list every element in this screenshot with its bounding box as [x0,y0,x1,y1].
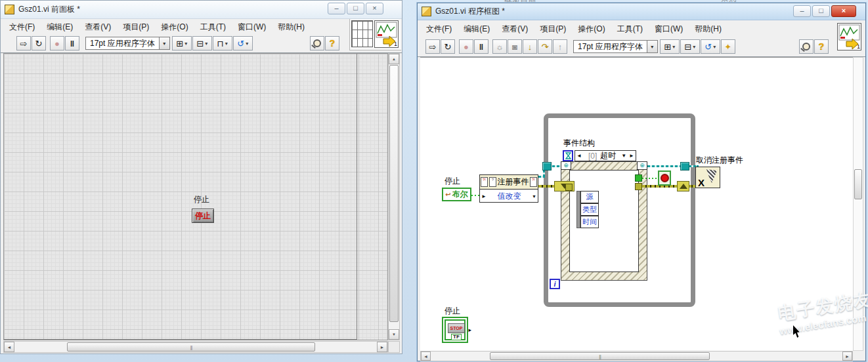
align-objects-button[interactable]: ⊞ ▾ [660,39,680,54]
dynamic-event-terminal-right[interactable]: ⊕ [637,161,647,170]
run-continuous-button[interactable]: ↻ [32,36,46,50]
align-objects-button[interactable]: ⊞ ▾ [172,36,192,50]
close-button[interactable]: × [831,5,856,17]
iteration-terminal[interactable]: i [550,279,560,289]
pause-button[interactable]: ‖ [65,36,79,50]
menu-view[interactable]: 查看(V) [79,19,117,35]
register-events-event-row[interactable]: ► 值改变 ▼ [480,190,538,203]
boolean-control-terminal[interactable]: ↩ 布尔 [442,188,471,201]
help-button[interactable]: ? [814,39,829,54]
menu-file[interactable]: 文件(F) [3,19,41,35]
retain-wire-values-button[interactable]: ◙ [508,39,522,54]
event-border-terminal-boolean[interactable] [635,174,642,182]
stop-boolean-terminal[interactable]: STOP TF ▸ [442,317,468,343]
event-data-field[interactable]: 源 [580,191,599,203]
dynamic-event-terminal-left[interactable]: ⊕ [561,161,571,170]
reorder-button[interactable]: ↺ ▾ [233,36,253,50]
resize-objects-button[interactable]: ⊓ ▾ [213,36,232,50]
page-icon: ?! [530,177,537,187]
abort-button[interactable]: ● [50,36,64,50]
front-panel-canvas[interactable]: 停止 停止 [3,53,388,340]
run-button[interactable]: ⇨ [16,36,31,50]
maximize-button[interactable]: □ [812,5,830,17]
minimize-button[interactable]: – [328,3,345,14]
maximize-button[interactable]: □ [347,3,364,14]
vscrollbar-thumb[interactable] [854,169,862,199]
search-button[interactable] [310,36,324,50]
loop-tunnel-left[interactable] [542,162,552,171]
front-panel-vscrollbar[interactable]: ▲ ▼ [388,53,400,340]
event-refnum-wire[interactable] [647,165,699,167]
menu-help[interactable]: 帮助(H) [272,19,311,35]
event-selector[interactable]: ◄ [0] 超时 ▼ ► [575,150,636,161]
scroll-left-button[interactable]: ◄ [4,342,14,352]
highlight-execution-button[interactable]: ☼ [492,39,507,54]
stop-control-button[interactable]: 停止 [192,209,214,223]
event-border-terminal-left[interactable] [565,184,573,191]
case-dropdown-icon[interactable]: ▼ [621,153,628,159]
cleanup-diagram-button[interactable]: ✦ [721,39,735,54]
menu-view[interactable]: 查看(V) [496,21,534,37]
step-over-button[interactable]: ↷ [538,39,552,54]
scroll-up-button[interactable]: ▲ [389,54,399,64]
menu-project[interactable]: 项目(P) [534,21,572,37]
hscrollbar-thumb[interactable]: ||| [490,352,710,360]
distribute-objects-button[interactable]: ⊟ ▾ [680,39,700,54]
menu-file[interactable]: 文件(F) [420,21,458,37]
vi-icon[interactable]: 1 [374,20,399,48]
font-selector[interactable]: 17pt 应用程序字体 ▾ [85,37,170,50]
scroll-left-button[interactable]: ◄ [421,352,431,361]
menu-window[interactable]: 窗口(W) [649,21,689,37]
loop-tunnel-right[interactable] [680,162,689,171]
menu-tools[interactable]: 工具(T) [611,21,649,37]
scroll-down-button[interactable]: ▼ [389,329,399,340]
event-data-field[interactable]: 时间 [580,216,599,228]
menu-operate[interactable]: 操作(O) [572,21,611,37]
menu-operate[interactable]: 操作(O) [155,19,194,35]
menu-edit[interactable]: 编辑(E) [458,21,496,37]
diagram-vscrollbar[interactable] [853,57,863,351]
event-data-field[interactable]: 类型 [580,203,599,216]
minimize-button[interactable]: – [793,5,811,17]
font-selector[interactable]: 17pt 应用程序字体 ▾ [573,40,658,53]
diagram-hscrollbar[interactable]: ◄ ||| ► [420,351,853,361]
menu-help[interactable]: 帮助(H) [689,21,727,37]
loop-condition-terminal[interactable] [658,171,671,186]
step-into-button[interactable]: ↓ [523,39,537,54]
timeout-terminal[interactable] [563,150,573,161]
block-diagram-titlebar[interactable]: Gsz01.vi 程序框图 * – □ × [418,3,865,20]
front-panel-hscrollbar[interactable]: ◄ ||| ► [3,341,388,353]
run-button[interactable]: ⇨ [425,39,440,54]
scroll-right-button[interactable]: ► [377,342,387,352]
event-registration-terminal-right[interactable] [677,181,689,191]
previous-case-icon[interactable]: ◄ [575,153,583,159]
abort-button[interactable]: ● [459,39,473,54]
font-selector-arrow[interactable]: ▾ [647,41,657,52]
menu-tools[interactable]: 工具(T) [194,19,232,35]
menu-window[interactable]: 窗口(W) [232,19,272,35]
search-button[interactable] [799,39,814,54]
run-continuous-button[interactable]: ↻ [441,39,455,54]
next-case-icon[interactable]: ► [628,153,636,159]
scroll-right-button[interactable]: ► [842,352,852,361]
menu-project[interactable]: 项目(P) [117,19,155,35]
distribute-objects-button[interactable]: ⊟ ▾ [192,36,212,50]
event-border-terminal-right[interactable] [635,183,642,190]
close-button[interactable]: × [366,3,383,14]
reorder-button[interactable]: ↺ ▾ [701,39,720,54]
font-selector-arrow[interactable]: ▾ [159,37,169,49]
event-dropdown-icon[interactable]: ▼ [531,194,538,199]
vi-icon[interactable]: 1 [837,23,861,50]
step-out-button[interactable]: ↑ [553,39,567,54]
alignment-grid-widget[interactable] [351,20,373,47]
register-events-node[interactable]: ?! ? 注册事件 ?! ► 值改变 ▼ [479,174,538,203]
pause-button[interactable]: ‖ [474,39,488,54]
menu-edit[interactable]: 编辑(E) [41,19,79,35]
hscrollbar-thumb[interactable]: ||| [67,342,315,352]
front-panel-titlebar[interactable]: Gsz01.vi 前面板 * – □ × [1,1,402,19]
block-diagram-canvas[interactable]: 事件结构 ◄ [0] 超时 ▼ ► ⊕ ⊕ 停止 ↩ 布尔 [420,57,853,352]
vscrollbar-thumb[interactable] [389,65,399,322]
help-button[interactable]: ? [325,36,339,50]
unregister-events-node[interactable]: X [695,167,720,188]
boolean-wire[interactable] [642,178,658,179]
